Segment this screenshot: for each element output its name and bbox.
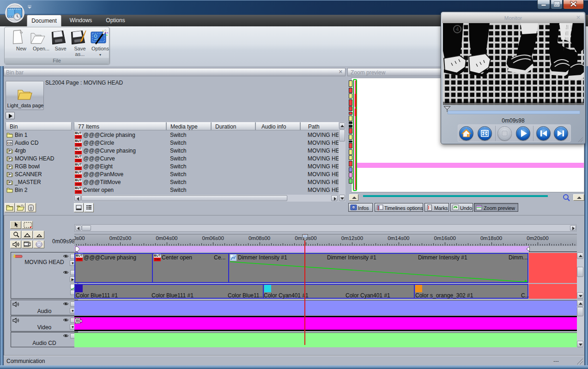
svg-text:CD: CD bbox=[7, 141, 12, 145]
svg-text:P: P bbox=[8, 172, 11, 177]
svg-text:P: P bbox=[8, 149, 11, 153]
svg-text:@: @ bbox=[352, 206, 355, 209]
svg-text:P: P bbox=[8, 157, 11, 161]
svg-text:P: P bbox=[8, 165, 11, 169]
svg-text:P: P bbox=[8, 180, 11, 184]
svg-text:4: 4 bbox=[456, 26, 459, 32]
